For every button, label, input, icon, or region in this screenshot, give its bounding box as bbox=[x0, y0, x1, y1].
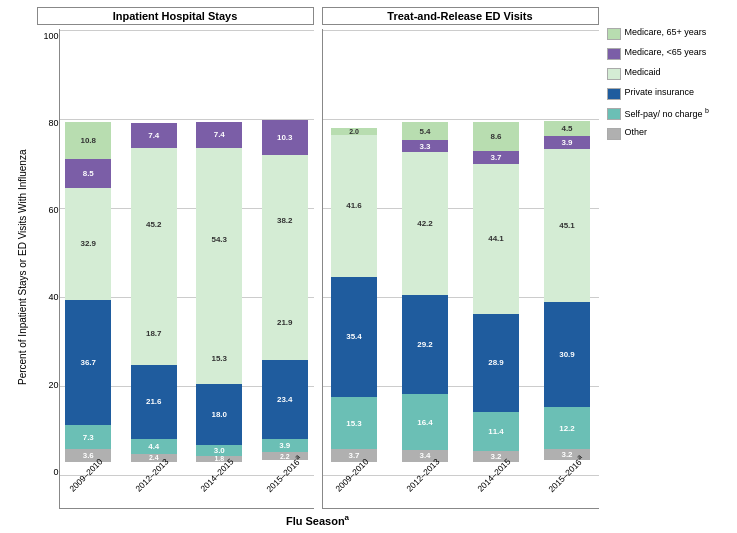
segment-3: 44.1 bbox=[473, 164, 519, 314]
segment-label: 5.4 bbox=[419, 127, 430, 136]
segment-6: 5.4 bbox=[402, 122, 448, 140]
segment-5: 8.5 bbox=[65, 159, 111, 188]
segment-label: 35.4 bbox=[346, 332, 362, 341]
legend-swatch bbox=[607, 128, 621, 140]
bar: 3.416.429.242.23.35.4 bbox=[402, 122, 448, 462]
segment-label: 3.6 bbox=[83, 451, 94, 460]
inpatient-chart: Inpatient Hospital Stays 0 20 40 60 80 1… bbox=[37, 7, 314, 509]
segment-0: 3.7 bbox=[331, 449, 377, 462]
bar: 3.715.335.441.62.0 bbox=[331, 128, 377, 461]
bar-column: 3.416.429.242.23.35.42012–2013 bbox=[394, 122, 457, 476]
segment-label: 3.9 bbox=[561, 138, 572, 147]
segment-label: 8.5 bbox=[83, 169, 94, 178]
segment-label: 8.6 bbox=[490, 132, 501, 141]
segment-label: 2.2 bbox=[280, 453, 290, 460]
x-axis-title: Flu Seasona bbox=[37, 513, 599, 527]
segment-label: 32.9 bbox=[80, 239, 96, 248]
legend-label: Medicare, <65 years bbox=[625, 47, 707, 58]
segment-label: 7.4 bbox=[214, 130, 225, 139]
segment-5: 3.3 bbox=[402, 140, 448, 151]
segment-label: 3.7 bbox=[348, 451, 359, 460]
bar: 3.212.230.945.13.94.5 bbox=[544, 121, 590, 460]
segment-2: 21.6 bbox=[131, 365, 177, 438]
segment-3: 18.7 bbox=[131, 302, 177, 366]
charts-wrapper: Inpatient Hospital Stays 0 20 40 60 80 1… bbox=[37, 7, 599, 527]
segment-4: 54.3 bbox=[196, 148, 242, 333]
segment-label: 23.4 bbox=[277, 395, 293, 404]
legend-label: Self-pay/ no charge b bbox=[625, 107, 709, 120]
legend-item: Private insurance bbox=[607, 87, 729, 100]
bar-column: 2.23.923.421.938.210.32015–2016a bbox=[256, 120, 314, 476]
bar: 3.67.336.732.98.510.8 bbox=[65, 122, 111, 461]
segment-label: 41.6 bbox=[346, 201, 362, 210]
segment-label: 18.0 bbox=[211, 410, 227, 419]
segment-label: 3.2 bbox=[561, 450, 572, 459]
segment-1: 11.4 bbox=[473, 412, 519, 451]
legend-label: Medicare, 65+ years bbox=[625, 27, 707, 38]
legend-label: Private insurance bbox=[625, 87, 695, 98]
legend-swatch bbox=[607, 88, 621, 100]
legend-swatch bbox=[607, 48, 621, 60]
legend-label: Other bbox=[625, 127, 648, 138]
legend-item: Other bbox=[607, 127, 729, 140]
segment-label: 10.3 bbox=[277, 133, 293, 142]
segment-4: 32.9 bbox=[65, 188, 111, 300]
segment-5: 10.3 bbox=[262, 120, 308, 155]
segment-6: 10.8 bbox=[65, 122, 111, 159]
legend-item: Medicare, <65 years bbox=[607, 47, 729, 60]
segment-3: 21.9 bbox=[262, 285, 308, 359]
segment-3: 45.1 bbox=[544, 149, 590, 302]
segment-2: 29.2 bbox=[402, 295, 448, 394]
segment-label: 45.1 bbox=[559, 221, 575, 230]
segment-6: 4.5 bbox=[544, 121, 590, 136]
segment-0: 3.6 bbox=[65, 449, 111, 461]
segment-label: 3.9 bbox=[279, 441, 290, 450]
segment-label: 3.4 bbox=[419, 451, 430, 460]
segment-label: 21.6 bbox=[146, 397, 162, 406]
segment-label: 3.2 bbox=[490, 452, 501, 461]
segment-2: 35.4 bbox=[331, 277, 377, 397]
segment-label: 3.0 bbox=[214, 446, 225, 455]
segment-label: 44.1 bbox=[488, 234, 504, 243]
bar: 3.211.428.944.13.78.6 bbox=[473, 122, 519, 462]
segment-1: 7.3 bbox=[65, 425, 111, 450]
segment-label: 15.3 bbox=[346, 419, 362, 428]
segment-label: 7.3 bbox=[83, 433, 94, 442]
legend-item: Self-pay/ no charge b bbox=[607, 107, 729, 120]
bar-column: 1.83.018.015.354.37.42014–2015 bbox=[191, 122, 249, 475]
segment-2: 23.4 bbox=[262, 360, 308, 440]
ed-bars: 3.715.335.441.62.02009–20103.416.429.242… bbox=[322, 29, 599, 509]
bar-column: 3.212.230.945.13.94.52015–2016a bbox=[536, 121, 599, 476]
segment-label: 11.4 bbox=[488, 427, 504, 436]
segment-label: 7.4 bbox=[148, 131, 159, 140]
segment-label: 2.0 bbox=[349, 128, 359, 135]
segment-label: 2.4 bbox=[149, 454, 159, 461]
legend-swatch bbox=[607, 108, 621, 120]
legend: Medicare, 65+ yearsMedicare, <65 yearsMe… bbox=[599, 7, 729, 527]
segment-1: 3.0 bbox=[196, 445, 242, 455]
segment-3: 42.2 bbox=[402, 152, 448, 295]
segment-6: 2.0 bbox=[331, 128, 377, 135]
segment-4: 38.2 bbox=[262, 155, 308, 285]
segment-label: 4.4 bbox=[148, 442, 159, 451]
inpatient-title: Inpatient Hospital Stays bbox=[37, 7, 314, 25]
segment-2: 36.7 bbox=[65, 300, 111, 425]
ed-title: Treat-and-Release ED Visits bbox=[322, 7, 599, 25]
chart-container: Percent of Inpatient Stays or ED Visits … bbox=[9, 7, 729, 527]
segment-label: 18.7 bbox=[146, 329, 162, 338]
bar-column: 2.44.421.618.745.27.42012–2013 bbox=[125, 123, 183, 476]
segment-5: 3.7 bbox=[473, 151, 519, 164]
segment-3: 41.6 bbox=[331, 135, 377, 276]
legend-item: Medicare, 65+ years bbox=[607, 27, 729, 40]
segment-1: 4.4 bbox=[131, 439, 177, 454]
segment-label: 15.3 bbox=[211, 354, 227, 363]
ed-chart: Treat-and-Release ED Visits bbox=[322, 7, 599, 509]
legend-swatch bbox=[607, 28, 621, 40]
inpatient-bars: 3.67.336.732.98.510.82009–20102.44.421.6… bbox=[59, 29, 314, 509]
segment-2: 28.9 bbox=[473, 314, 519, 412]
bar: 2.44.421.618.745.27.4 bbox=[131, 123, 177, 462]
legend-label: Medicaid bbox=[625, 67, 661, 78]
segment-label: 54.3 bbox=[211, 235, 227, 244]
segment-label: 29.2 bbox=[417, 340, 433, 349]
bar-column: 3.715.335.441.62.02009–2010 bbox=[323, 128, 386, 475]
